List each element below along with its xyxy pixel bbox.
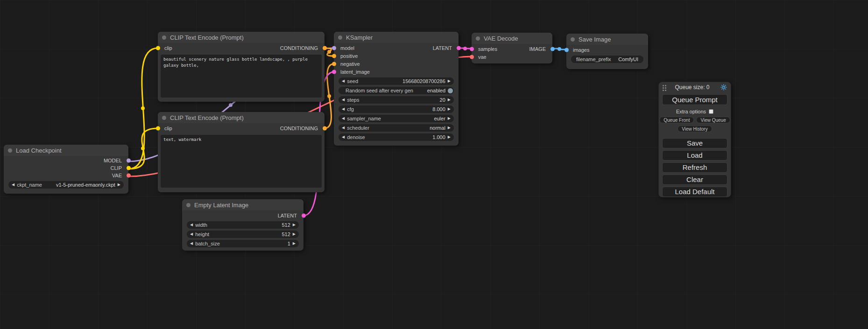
queue-front-button[interactable]: Queue Front	[659, 117, 694, 123]
collapse-dot[interactable]	[476, 36, 480, 41]
refresh-button[interactable]: Refresh	[662, 162, 727, 173]
widget-value: v1-5-pruned-emaonly.ckpt	[56, 182, 115, 188]
toggle-knob[interactable]	[448, 88, 453, 93]
widget-scheduler[interactable]: ◀ scheduler normal ▶	[339, 124, 454, 132]
output-slot-model: MODEL	[4, 157, 128, 164]
arrow-left-icon[interactable]: ◀	[342, 96, 345, 104]
node-header[interactable]: Save Image	[566, 34, 648, 45]
arrow-left-icon[interactable]: ◀	[342, 105, 345, 113]
collapse-dot[interactable]	[162, 116, 166, 120]
node-header[interactable]: KSampler	[334, 32, 459, 43]
collapse-dot[interactable]	[162, 35, 166, 40]
load-default-button[interactable]: Load Default	[662, 187, 727, 197]
node-graph-canvas[interactable]: Load Checkpoint MODEL CLIP VAE ◀ ckpt_na…	[0, 0, 868, 329]
clear-button[interactable]: Clear	[662, 175, 727, 185]
widget-label: ckpt_name	[17, 182, 42, 188]
widget-ckpt-name[interactable]: ◀ ckpt_name v1-5-pruned-emaonly.ckpt ▶	[8, 181, 124, 189]
clip-input-port[interactable]	[156, 126, 160, 131]
arrow-right-icon[interactable]: ▶	[448, 115, 451, 122]
latent-output-port[interactable]	[302, 213, 306, 217]
arrow-right-icon[interactable]: ▶	[118, 181, 120, 189]
slot-row-images: images	[566, 46, 648, 54]
widget-width[interactable]: ◀ width 512 ▶	[187, 221, 299, 229]
queue-prompt-button[interactable]: Queue Prompt	[662, 94, 727, 105]
vae-output-port[interactable]	[127, 174, 131, 178]
clip-output-port[interactable]	[127, 166, 131, 170]
collapse-dot[interactable]	[338, 35, 342, 40]
arrow-right-icon[interactable]: ▶	[448, 96, 451, 104]
widget-filename-prefix[interactable]: filename_prefix ComfyUI	[571, 56, 643, 63]
widget-label: sampler_name	[347, 116, 381, 121]
arrow-left-icon[interactable]: ◀	[190, 221, 193, 229]
arrow-left-icon[interactable]: ◀	[342, 124, 345, 132]
conditioning-output-port[interactable]	[323, 126, 327, 131]
node-header[interactable]: Empty Latent Image	[182, 199, 303, 210]
collapse-dot[interactable]	[186, 203, 191, 207]
widget-denoise[interactable]: ◀ denoise 1.000 ▶	[339, 133, 454, 141]
prompt-textarea[interactable]	[161, 55, 322, 98]
view-queue-button[interactable]: View Queue	[696, 117, 730, 123]
negative-input-port[interactable]	[332, 62, 336, 66]
node-header[interactable]: VAE Decode	[472, 33, 552, 44]
widget-value: normal	[430, 125, 445, 131]
latent-output-port[interactable]	[457, 46, 461, 50]
node-title: Load Checkpoint	[16, 147, 62, 154]
widget-height[interactable]: ◀ height 512 ▶	[187, 231, 299, 238]
arrow-right-icon[interactable]: ▶	[448, 124, 451, 132]
positive-input-port[interactable]	[332, 54, 336, 58]
widget-random-seed[interactable]: Random seed after every gen enabled	[339, 87, 454, 94]
widget-value: 512	[282, 231, 290, 237]
node-ksampler: KSampler model LATENT positive negative …	[334, 32, 459, 146]
widget-seed[interactable]: ◀ seed 156680208700286 ▶	[339, 77, 454, 85]
widget-label: height	[195, 231, 209, 237]
arrow-left-icon[interactable]: ◀	[342, 133, 345, 141]
slot-label: model	[340, 45, 354, 51]
model-input-port[interactable]	[332, 46, 336, 50]
arrow-right-icon[interactable]: ▶	[293, 231, 296, 238]
vae-input-port[interactable]	[470, 55, 474, 59]
widget-label: seed	[347, 78, 358, 84]
link-dot	[141, 147, 145, 150]
latent-image-input-port[interactable]	[332, 70, 336, 74]
save-button[interactable]: Save	[662, 138, 727, 148]
slot-row: clip CONDITIONING	[158, 44, 325, 52]
conditioning-output-port[interactable]	[323, 46, 327, 50]
widget-value: ComfyUI	[618, 56, 638, 62]
view-history-button[interactable]: View History	[677, 126, 712, 132]
arrow-left-icon[interactable]: ◀	[190, 240, 193, 247]
slot-label: vae	[478, 54, 487, 60]
widget-batch-size[interactable]: ◀ batch_size 1 ▶	[187, 240, 299, 247]
arrow-left-icon[interactable]: ◀	[12, 181, 14, 189]
image-output-port[interactable]	[550, 47, 555, 51]
slot-label: CLIP	[111, 165, 122, 171]
model-output-port[interactable]	[127, 159, 131, 163]
arrow-right-icon[interactable]: ▶	[448, 133, 451, 141]
arrow-left-icon[interactable]: ◀	[342, 115, 345, 122]
images-input-port[interactable]	[565, 48, 569, 52]
arrow-right-icon[interactable]: ▶	[448, 77, 451, 85]
widget-label: Random seed after every gen	[346, 88, 413, 93]
samples-input-port[interactable]	[470, 47, 474, 51]
slot-label: negative	[340, 61, 360, 67]
widget-label: scheduler	[347, 125, 369, 131]
load-button[interactable]: Load	[662, 150, 727, 161]
slot-row: clip CONDITIONING	[158, 124, 325, 133]
arrow-left-icon[interactable]: ◀	[190, 231, 193, 238]
node-header[interactable]: Load Checkpoint	[4, 145, 128, 156]
widget-steps[interactable]: ◀ steps 20 ▶	[339, 96, 454, 104]
node-header[interactable]: CLIP Text Encode (Prompt)	[158, 32, 325, 43]
arrow-right-icon[interactable]: ▶	[293, 221, 296, 229]
arrow-left-icon[interactable]: ◀	[342, 77, 345, 85]
widget-sampler-name[interactable]: ◀ sampler_name euler ▶	[339, 115, 454, 122]
widget-cfg[interactable]: ◀ cfg 8.000 ▶	[339, 105, 454, 113]
arrow-right-icon[interactable]: ▶	[448, 105, 451, 113]
collapse-dot[interactable]	[8, 148, 12, 153]
clip-input-port[interactable]	[156, 46, 160, 50]
extra-options-checkbox[interactable]	[709, 109, 713, 114]
slot-label: positive	[340, 53, 358, 59]
node-header[interactable]: CLIP Text Encode (Prompt)	[158, 112, 325, 123]
settings-gear-icon[interactable]	[720, 84, 727, 91]
prompt-textarea[interactable]	[161, 135, 322, 188]
arrow-right-icon[interactable]: ▶	[293, 240, 296, 247]
collapse-dot[interactable]	[571, 37, 575, 42]
